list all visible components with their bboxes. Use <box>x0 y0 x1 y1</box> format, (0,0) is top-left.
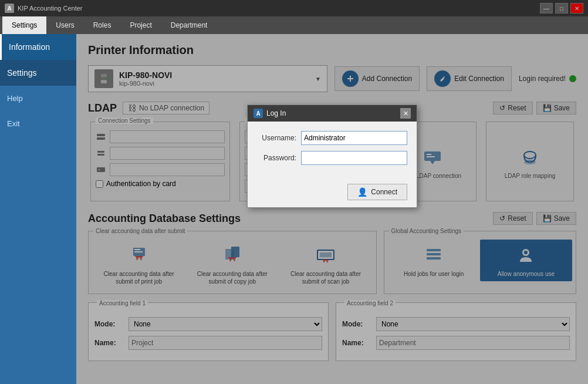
menu-tab-settings[interactable]: Settings <box>2 16 46 34</box>
menu-tab-department[interactable]: Department <box>161 16 217 34</box>
dialog-footer: 👤 Connect <box>248 180 417 207</box>
dialog-close-button[interactable]: ✕ <box>400 108 411 119</box>
sidebar-item-help[interactable]: Help <box>0 86 76 111</box>
connect-button[interactable]: 👤 Connect <box>347 184 407 200</box>
menu-tab-users[interactable]: Users <box>46 16 83 34</box>
dialog-title-left: A Log In <box>254 109 286 118</box>
maximize-button[interactable]: □ <box>555 3 568 14</box>
dialog-title: Log In <box>266 109 286 117</box>
close-button[interactable]: ✕ <box>570 3 583 14</box>
password-input[interactable] <box>301 151 407 165</box>
menu-bar: Settings Users Roles Project Department <box>0 16 588 34</box>
app-body: Information Settings Help Exit Printer I… <box>0 34 588 384</box>
login-dialog: A Log In ✕ Username: Password: <box>247 105 417 208</box>
connect-label: Connect <box>371 188 397 196</box>
dialog-app-icon: A <box>254 109 263 118</box>
username-row: Username: <box>257 131 407 145</box>
menu-tab-roles[interactable]: Roles <box>84 16 121 34</box>
main-content: Printer Information KIP-980-NOVI kip-980… <box>76 34 588 384</box>
sidebar-item-exit[interactable]: Exit <box>0 111 76 136</box>
title-bar: A KIP Accounting Center — □ ✕ <box>0 0 588 16</box>
dialog-body: Username: Password: <box>248 122 417 180</box>
menu-tab-project[interactable]: Project <box>120 16 161 34</box>
dialog-title-bar: A Log In ✕ <box>248 105 417 122</box>
username-input[interactable] <box>301 131 407 145</box>
sidebar-item-settings[interactable]: Settings <box>0 60 76 86</box>
title-bar-left: A KIP Accounting Center <box>5 4 82 13</box>
sidebar-item-information[interactable]: Information <box>0 34 76 60</box>
connect-user-icon: 👤 <box>357 187 367 197</box>
app-icon: A <box>5 4 14 13</box>
dialog-overlay: A Log In ✕ Username: Password: <box>76 34 588 384</box>
sidebar: Information Settings Help Exit <box>0 34 76 384</box>
password-row: Password: <box>257 151 407 165</box>
minimize-button[interactable]: — <box>540 3 553 14</box>
username-label: Username: <box>257 134 301 142</box>
password-label: Password: <box>257 154 301 162</box>
title-bar-controls: — □ ✕ <box>540 3 583 14</box>
window-title: KIP Accounting Center <box>18 5 82 12</box>
